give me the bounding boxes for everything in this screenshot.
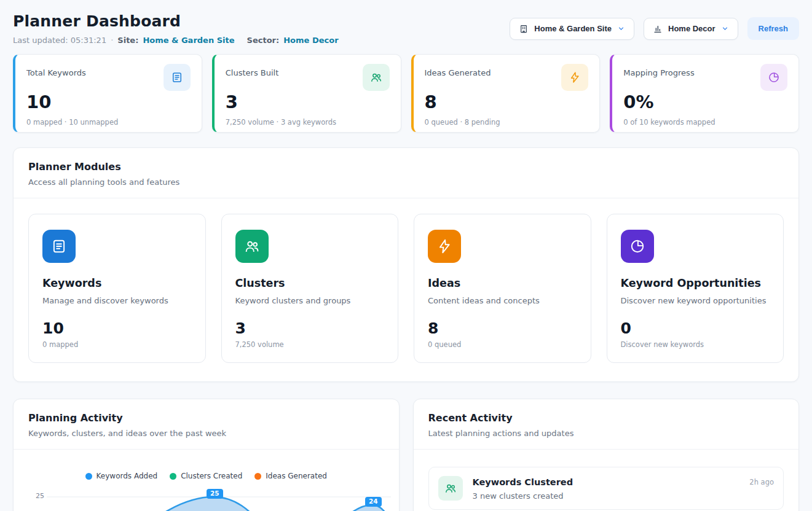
module-card-keyword-opportunities[interactable]: Keyword Opportunities Discover new keywo… (607, 214, 784, 363)
pie-chart-icon (760, 64, 787, 91)
users-icon (235, 230, 269, 263)
sector-selector-value: Home Decor (668, 24, 715, 33)
activity-item-body: Keywords Clustered 3 new clusters create… (473, 476, 740, 501)
legend-dot-green (170, 473, 176, 480)
module-description: Keyword clusters and groups (235, 296, 385, 305)
site-link[interactable]: Home & Garden Site (143, 36, 234, 45)
modules-grid: Keywords Manage and discover keywords 10… (14, 198, 798, 381)
panel-header: Planning Activity Keywords, clusters, an… (14, 399, 399, 449)
document-icon (42, 230, 76, 263)
legend-label: Ideas Generated (266, 472, 327, 480)
legend-label: Clusters Created (181, 472, 242, 480)
sector-label: Sector: (247, 36, 280, 45)
chart-legend: Keywords Added Clusters Created Ideas Ge… (14, 472, 399, 480)
stat-card-clusters-built: Clusters Built 3 7,250 volume · 3 avg ke… (212, 54, 401, 133)
bar-chart-icon (653, 24, 663, 34)
stat-subtext: 0 mapped · 10 unmapped (26, 118, 191, 127)
module-title: Keywords (42, 277, 192, 289)
site-selector-dropdown[interactable]: Home & Garden Site (510, 18, 634, 40)
module-title: Keyword Opportunities (621, 277, 770, 289)
page-title: Planner Dashboard (13, 12, 339, 30)
stat-card-total-keywords: Total Keywords 10 0 mapped · 10 unmapped (13, 54, 202, 133)
recent-activity-card: Recent Activity Latest planning actions … (413, 399, 800, 511)
panel-title: Planning Activity (28, 412, 384, 424)
stat-card-mapping-progress: Mapping Progress 0% 0 of 10 keywords map… (610, 54, 799, 133)
activity-item-time: 2h ago (749, 476, 774, 486)
module-subtext: 0 mapped (42, 340, 192, 349)
last-updated-text: Last updated: 05:31:21 (13, 36, 106, 45)
divider (14, 449, 399, 450)
document-icon (164, 64, 191, 91)
stat-subtext: 7,250 volume · 3 avg keywords (226, 118, 390, 127)
panel-title: Recent Activity (428, 412, 784, 424)
module-card-keywords[interactable]: Keywords Manage and discover keywords 10… (28, 214, 206, 363)
activity-item-title: Keywords Clustered (473, 477, 740, 487)
chevron-down-icon (617, 25, 625, 33)
activity-item-keywords-clustered: Keywords Clustered 3 new clusters create… (428, 467, 784, 510)
legend-item-keywords-added[interactable]: Keywords Added (85, 472, 158, 480)
sector-link[interactable]: Home Decor (283, 36, 338, 45)
planner-dashboard-page: Planner Dashboard Last updated: 05:31:21… (0, 0, 812, 511)
legend-dot-orange (254, 473, 261, 480)
header-left: Planner Dashboard Last updated: 05:31:21… (13, 9, 339, 45)
stat-label: Clusters Built (226, 64, 279, 77)
data-point-label: 24 (365, 497, 382, 507)
module-description: Discover new keyword opportunities (621, 296, 770, 305)
module-value: 0 (621, 319, 770, 337)
legend-item-ideas-generated[interactable]: Ideas Generated (254, 472, 327, 480)
legend-item-clusters-created[interactable]: Clusters Created (170, 472, 242, 480)
stats-row: Total Keywords 10 0 mapped · 10 unmapped… (13, 54, 799, 133)
panel-header: Planner Modules Access all planning tool… (14, 148, 798, 198)
y-axis-tick: 25 (36, 492, 44, 500)
module-title: Clusters (235, 277, 385, 289)
stat-label: Ideas Generated (425, 64, 491, 77)
users-icon (438, 476, 463, 501)
module-subtext: 7,250 volume (235, 340, 385, 349)
legend-dot-blue (85, 473, 92, 480)
data-point-label: 25 (207, 489, 223, 499)
module-value: 3 (235, 319, 385, 337)
module-card-clusters[interactable]: Clusters Keyword clusters and groups 3 7… (221, 214, 399, 363)
module-subtext: Discover new keywords (621, 340, 770, 349)
stat-value: 0% (623, 92, 787, 112)
module-description: Manage and discover keywords (42, 296, 192, 305)
users-icon (363, 64, 390, 91)
stat-subtext: 0 queued · 8 pending (425, 118, 589, 127)
panel-header: Recent Activity Latest planning actions … (414, 399, 799, 449)
activity-chart-area: 25 25 24 (14, 480, 399, 511)
header: Planner Dashboard Last updated: 05:31:21… (13, 9, 799, 45)
stat-subtext: 0 of 10 keywords mapped (623, 118, 787, 127)
bolt-icon (561, 64, 588, 91)
header-meta: Last updated: 05:31:21 · Site: Home & Ga… (13, 36, 339, 45)
stat-card-ideas-generated: Ideas Generated 8 0 queued · 8 pending (411, 54, 601, 133)
module-description: Content ideas and concepts (428, 296, 577, 305)
header-controls: Home & Garden Site Home Decor Refresh (510, 17, 799, 40)
pie-chart-icon (621, 230, 654, 263)
meta-separator: · (111, 36, 113, 45)
site-label: Site: (117, 36, 138, 45)
stat-value: 10 (26, 92, 191, 112)
stat-value: 3 (226, 92, 390, 112)
activity-list: Keywords Clustered 3 new clusters create… (414, 450, 799, 511)
site-selector-value: Home & Garden Site (534, 24, 612, 33)
stat-label: Total Keywords (26, 64, 86, 77)
legend-label: Keywords Added (97, 472, 158, 480)
panel-subtitle: Latest planning actions and updates (428, 429, 784, 438)
bolt-icon (428, 230, 461, 263)
planning-activity-card: Planning Activity Keywords, clusters, an… (13, 399, 400, 511)
chevron-down-icon (721, 25, 729, 33)
building-icon (519, 24, 529, 34)
panel-title: Planner Modules (28, 161, 784, 173)
panel-subtitle: Keywords, clusters, and ideas over the p… (28, 429, 384, 438)
module-value: 10 (42, 319, 192, 337)
stat-value: 8 (425, 92, 589, 112)
module-value: 8 (428, 319, 577, 337)
activity-item-description: 3 new clusters created (473, 491, 740, 501)
module-card-ideas[interactable]: Ideas Content ideas and concepts 8 0 que… (414, 214, 591, 363)
bottom-row: Planning Activity Keywords, clusters, an… (13, 399, 799, 511)
sector-selector-dropdown[interactable]: Home Decor (644, 18, 738, 40)
planner-modules-panel: Planner Modules Access all planning tool… (13, 147, 799, 382)
stat-label: Mapping Progress (623, 64, 694, 77)
panel-subtitle: Access all planning tools and features (28, 177, 784, 187)
refresh-button[interactable]: Refresh (747, 17, 799, 40)
